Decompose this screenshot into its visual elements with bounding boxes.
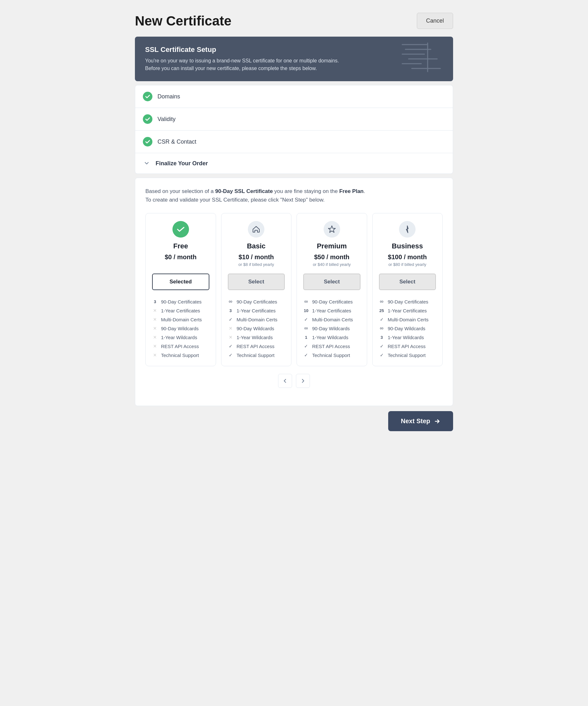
business-plan-price: $100 / month: [388, 253, 427, 261]
step-domains: Domains: [135, 85, 453, 108]
page-title: New Certificate: [135, 13, 231, 29]
feature-label: Multi-Domain Certs: [237, 317, 278, 322]
next-step-button[interactable]: Next Step: [388, 411, 453, 431]
feature-label: 90-Day Wildcards: [312, 326, 350, 331]
feature-label: 90-Day Certificates: [312, 299, 353, 305]
x-icon: ✕: [152, 325, 158, 331]
feature-label: Multi-Domain Certs: [161, 317, 202, 322]
basic-plan-icon: [248, 221, 264, 238]
step-label-finalize: Finalize Your Order: [156, 160, 208, 167]
step-check-csr: [143, 137, 153, 147]
check-icon: ✓: [379, 343, 385, 349]
infinity-icon: ∞: [303, 325, 309, 331]
steps-container: Domains Validity CSR & Contact: [135, 85, 453, 174]
chevron-down-icon: [143, 160, 151, 167]
list-item: ✓ Technical Support: [303, 351, 361, 359]
plan-card-business: Business $100 / month or $80 if billed y…: [372, 213, 443, 366]
feature-label: REST API Access: [312, 344, 350, 349]
basic-plan-features: ∞ 90-Day Certificates 3 1-Year Certifica…: [228, 297, 285, 359]
list-item: ∞ 90-Day Certificates: [379, 297, 436, 306]
feature-value: 25: [379, 308, 385, 313]
list-item: 3 90-Day Certificates: [152, 297, 209, 306]
list-item: 10 1-Year Certificates: [303, 306, 361, 315]
feature-label: Technical Support: [161, 353, 199, 358]
plans-grid: Free $0 / month Selected 3 90-Day Certif…: [145, 213, 443, 366]
plan-card-basic: Basic $10 / month or $8 if billed yearly…: [221, 213, 292, 366]
step-check-validity: [143, 114, 153, 124]
pagination-next-button[interactable]: [296, 374, 310, 388]
list-item: ✓ Multi-Domain Certs: [303, 315, 361, 324]
page-footer: Next Step: [135, 406, 453, 434]
list-item: ✕ 90-Day Wildcards: [228, 324, 285, 333]
list-item: ✕ 90-Day Wildcards: [152, 324, 209, 333]
list-item: ✓ Multi-Domain Certs: [228, 315, 285, 324]
feature-label: REST API Access: [237, 344, 275, 349]
banner-decoration: [396, 40, 447, 79]
feature-label: 1-Year Wildcards: [312, 335, 348, 340]
business-select-button[interactable]: Select: [379, 274, 436, 290]
free-plan-name: Free: [173, 242, 188, 250]
list-item: ✕ REST API Access: [152, 342, 209, 351]
infinity-icon: ∞: [379, 299, 385, 305]
feature-label: 1-Year Certificates: [161, 308, 200, 313]
basic-plan-price-sub: or $8 if billed yearly: [238, 262, 274, 268]
premium-select-button[interactable]: Select: [303, 274, 361, 290]
check-icon: ✓: [303, 343, 309, 349]
list-item: ∞ 90-Day Certificates: [228, 297, 285, 306]
step-finalize: Finalize Your Order: [135, 153, 453, 173]
plan-card-free: Free $0 / month Selected 3 90-Day Certif…: [145, 213, 216, 366]
feature-label: Technical Support: [388, 353, 426, 358]
x-icon: ✕: [152, 308, 158, 313]
feature-label: 1-Year Wildcards: [237, 335, 273, 340]
check-icon: ✓: [228, 317, 234, 322]
list-item: ∞ 90-Day Wildcards: [303, 324, 361, 333]
feature-label: 90-Day Certificates: [388, 299, 429, 305]
page-header: New Certificate Cancel: [135, 6, 453, 37]
step-label-csr: CSR & Contact: [158, 139, 196, 145]
list-item: ✕ 1-Year Wildcards: [152, 333, 209, 342]
list-item: ✓ REST API Access: [228, 342, 285, 351]
list-item: ✓ Technical Support: [379, 351, 436, 359]
check-icon: ✓: [303, 352, 309, 358]
pagination: [145, 374, 443, 388]
step-label-validity: Validity: [158, 116, 176, 123]
premium-plan-price: $50 / month: [314, 253, 349, 261]
feature-label: 90-Day Certificates: [161, 299, 202, 305]
feature-value: 10: [303, 308, 309, 313]
page-container: New Certificate Cancel SSL Certificate S…: [135, 6, 453, 434]
feature-label: 1-Year Wildcards: [388, 335, 424, 340]
free-plan-price: $0 / month: [165, 253, 197, 261]
step-check-domains: [143, 92, 153, 101]
svg-marker-8: [406, 226, 408, 233]
x-icon: ✕: [228, 335, 234, 340]
list-item: ✕ 1-Year Wildcards: [228, 333, 285, 342]
svg-marker-7: [328, 226, 335, 232]
feature-value: 3: [228, 308, 234, 313]
next-step-label: Next Step: [401, 418, 430, 425]
feature-label: 1-Year Certificates: [237, 308, 276, 313]
x-icon: ✕: [152, 343, 158, 349]
step-validity: Validity: [135, 108, 453, 130]
x-icon: ✕: [152, 352, 158, 358]
feature-label: 90-Day Wildcards: [237, 326, 274, 331]
business-plan-name: Business: [392, 242, 423, 250]
feature-value: 1: [303, 335, 309, 340]
list-item: ✓ Multi-Domain Certs: [379, 315, 436, 324]
feature-label: Technical Support: [237, 353, 275, 358]
feature-value: 3: [379, 335, 385, 340]
free-select-button[interactable]: Selected: [152, 274, 209, 290]
cancel-button[interactable]: Cancel: [417, 13, 453, 29]
pagination-prev-button[interactable]: [278, 374, 292, 388]
premium-plan-icon: [324, 221, 340, 238]
feature-label: 1-Year Certificates: [312, 308, 351, 313]
infinity-icon: ∞: [228, 299, 234, 305]
feature-value: 3: [152, 299, 158, 305]
feature-label: 90-Day Wildcards: [161, 326, 199, 331]
business-plan-features: ∞ 90-Day Certificates 25 1-Year Certific…: [379, 297, 436, 359]
list-item: ∞ 90-Day Certificates: [303, 297, 361, 306]
list-item: ✓ REST API Access: [379, 342, 436, 351]
basic-select-button[interactable]: Select: [228, 274, 285, 290]
list-item: ✕ 1-Year Certificates: [152, 306, 209, 315]
feature-label: 90-Day Certificates: [237, 299, 278, 305]
feature-label: Multi-Domain Certs: [312, 317, 353, 322]
